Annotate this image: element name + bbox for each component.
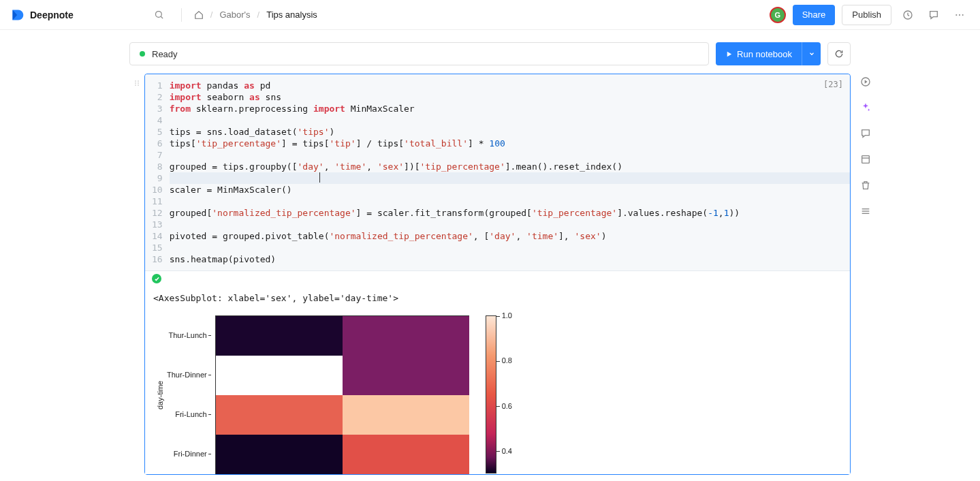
svg-point-3 <box>955 14 957 15</box>
status-text: Ready <box>152 49 178 59</box>
kernel-status[interactable]: Ready <box>129 42 709 65</box>
snippet-icon[interactable] <box>859 153 872 166</box>
code-content[interactable]: import pandas as pdimport seaborn as sns… <box>170 80 850 265</box>
breadcrumb-current[interactable]: Tips analysis <box>266 10 317 20</box>
svg-point-11 <box>138 84 139 86</box>
comment-icon[interactable] <box>924 5 943 25</box>
chart-ylabel: day-time <box>153 315 167 474</box>
heatmap-cell <box>343 356 469 395</box>
reload-icon <box>834 49 844 59</box>
run-dropdown-button[interactable] <box>802 42 821 65</box>
brand-name: Deepnote <box>30 10 74 20</box>
deepnote-logo-icon <box>11 8 25 22</box>
chart-yticklabels: Thur-LunchThur-DinnerFri-LunchFri-Dinner <box>167 315 215 474</box>
search-icon[interactable] <box>150 5 169 25</box>
colorbar-ticks: 1.00.80.60.4 <box>496 315 524 474</box>
notebook-toolbar: Ready Run notebook <box>0 30 980 74</box>
colorbar-tick: 0.4 <box>496 447 512 455</box>
code-cell[interactable]: [23] 1 2 3 4 5 6 7 8 9 10 11 12 13 14 15… <box>144 74 851 475</box>
colorbar: 1.00.80.60.4 <box>486 315 524 474</box>
publish-button[interactable]: Publish <box>842 5 891 25</box>
more-icon[interactable] <box>950 5 969 25</box>
cell-side-actions <box>859 75 872 218</box>
notebook-body: [23] 1 2 3 4 5 6 7 8 9 10 11 12 13 14 15… <box>0 74 980 475</box>
run-notebook-label: Run notebook <box>737 49 792 59</box>
svg-point-6 <box>135 80 136 82</box>
colorbar-tick: 0.8 <box>496 356 512 364</box>
sparkle-icon[interactable] <box>859 101 872 114</box>
chevron-down-icon <box>808 50 815 57</box>
svg-line-1 <box>161 16 163 18</box>
breadcrumb-sep: / <box>210 10 213 20</box>
heatmap-cell <box>343 435 469 474</box>
ytick-label: Fri-Dinner <box>167 434 211 474</box>
heatmap-cell <box>216 395 343 435</box>
status-dot <box>140 51 145 57</box>
breadcrumb-sep: / <box>257 10 260 20</box>
trash-icon[interactable] <box>859 179 872 192</box>
header-actions: G Share Publish <box>770 5 969 25</box>
svg-point-8 <box>135 82 136 84</box>
breadcrumb: / Gabor's / Tips analysis <box>194 10 317 20</box>
heatmap-cell <box>343 316 469 356</box>
cell-output-text: <AxesSubplot: xlabel='sex', ylabel='day-… <box>145 286 850 309</box>
svg-point-7 <box>138 80 139 82</box>
history-icon[interactable] <box>898 5 917 25</box>
drag-icon <box>133 79 141 475</box>
code-editor[interactable]: 1 2 3 4 5 6 7 8 9 10 11 12 13 14 15 16 i… <box>145 74 850 270</box>
home-icon[interactable] <box>194 10 204 20</box>
run-cell-icon[interactable] <box>859 75 872 89</box>
svg-point-0 <box>156 12 162 18</box>
ytick-label: Thur-Lunch <box>167 315 211 355</box>
svg-rect-13 <box>862 156 870 164</box>
heatmap-output: day-time Thur-LunchThur-DinnerFri-LunchF… <box>145 309 850 474</box>
share-button[interactable]: Share <box>793 5 836 25</box>
run-notebook-button[interactable]: Run notebook <box>716 42 821 65</box>
cell-status-row <box>145 270 850 286</box>
cell-drag-handle[interactable] <box>129 74 144 475</box>
heatmap-cell <box>343 395 469 435</box>
svg-point-4 <box>959 14 960 15</box>
heatmap-grid <box>215 315 469 474</box>
svg-point-9 <box>138 82 139 84</box>
breadcrumb-workspace[interactable]: Gabor's <box>219 10 250 20</box>
colorbar-gradient <box>486 315 496 474</box>
line-numbers: 1 2 3 4 5 6 7 8 9 10 11 12 13 14 15 16 <box>145 80 170 265</box>
avatar[interactable]: G <box>770 7 786 23</box>
colorbar-tick: 1.0 <box>496 311 512 320</box>
divider <box>181 8 182 22</box>
ytick-label: Thur-Dinner <box>167 355 211 394</box>
heatmap-cell <box>216 435 343 474</box>
heatmap-cell <box>216 316 343 356</box>
brand[interactable]: Deepnote <box>11 8 74 22</box>
success-badge <box>152 274 161 283</box>
svg-point-10 <box>135 84 136 86</box>
ytick-label: Fri-Lunch <box>167 394 211 434</box>
heatmap-cell <box>216 356 343 395</box>
menu-icon[interactable] <box>859 204 872 218</box>
restart-button[interactable] <box>827 42 851 65</box>
comment-icon[interactable] <box>859 127 872 140</box>
colorbar-tick: 0.6 <box>496 402 512 410</box>
play-icon <box>725 50 733 58</box>
svg-point-5 <box>962 14 964 15</box>
app-header: Deepnote / Gabor's / Tips analysis G Sha… <box>0 0 980 30</box>
